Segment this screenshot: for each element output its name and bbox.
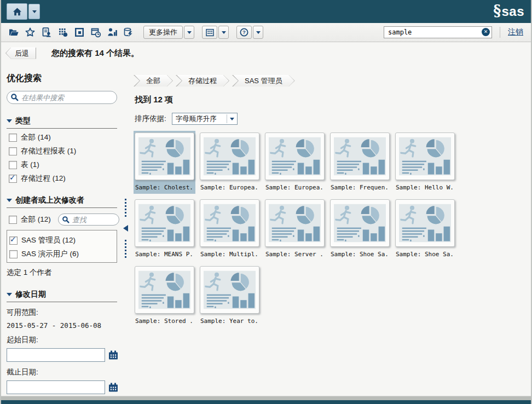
home-menu-dropdown[interactable] — [28, 4, 40, 19]
results-area: 全部 存储过程 SAS 管理员 找到 12 项 排序依据: 字母顺序升序 — [130, 64, 531, 396]
selected-authors-note: 选定 1 个作者 — [7, 268, 120, 278]
stored-process-thumbnail-graphic — [269, 136, 321, 176]
result-tile[interactable]: Sample: Frequen... — [329, 131, 391, 194]
result-tile-label: Sample: Hello W... — [395, 180, 455, 193]
splitter-handle-dots[interactable] — [125, 199, 126, 217]
start-date-input[interactable] — [7, 348, 105, 362]
splitter-handle-dots[interactable] — [125, 240, 126, 258]
app-keypad-icon[interactable] — [56, 25, 70, 39]
stored-process-thumbnail — [395, 132, 455, 180]
select-arrow — [227, 118, 237, 120]
window-bottom-edge — [1, 396, 531, 400]
grid-view-button[interactable] — [202, 26, 217, 39]
author-find-box — [58, 213, 119, 226]
author-option[interactable]: SAS 管理员 (12) — [9, 235, 114, 245]
help-button[interactable]: ? — [236, 26, 252, 39]
back-button[interactable]: 后退 — [5, 48, 36, 59]
checkbox[interactable] — [9, 236, 18, 245]
result-tile[interactable]: Sample: Shoe Sa... — [394, 198, 456, 261]
home-button-group — [7, 3, 40, 20]
result-tile[interactable]: Sample: Europea... — [199, 131, 261, 194]
range-label: 可用范围: — [7, 308, 120, 318]
breadcrumb-item-stored-process[interactable]: 存储过程 — [176, 75, 229, 86]
breadcrumb-item-all[interactable]: 全部 — [134, 75, 173, 86]
result-tile[interactable]: Sample: Year to... — [199, 264, 261, 327]
stored-process-thumbnail — [135, 266, 194, 314]
more-actions-group: 更多操作 — [143, 26, 194, 39]
window-clock-icon[interactable] — [89, 25, 103, 39]
panel-splitter[interactable] — [120, 64, 130, 396]
stored-process-thumbnail — [200, 266, 259, 314]
data-lightning-icon[interactable] — [122, 25, 136, 39]
result-tile[interactable]: Sample: Stored ... — [134, 264, 195, 327]
breadcrumb-label: 全部 — [134, 74, 172, 87]
author-find-input[interactable] — [71, 215, 119, 224]
checkbox[interactable] — [9, 161, 17, 169]
type-filter-option[interactable]: 存储过程报表 (1) — [9, 146, 120, 156]
checkbox[interactable] — [9, 175, 17, 183]
global-search-input[interactable] — [384, 26, 492, 38]
end-date-input[interactable] — [7, 380, 105, 394]
more-actions-dropdown[interactable] — [184, 26, 194, 39]
home-button[interactable] — [7, 3, 27, 20]
logout-link[interactable]: 注销 — [508, 27, 523, 37]
help-dropdown[interactable] — [253, 26, 263, 39]
collapse-triangle-icon — [7, 119, 12, 123]
breadcrumb-item-sas-admin[interactable]: SAS 管理员 — [232, 75, 295, 86]
checkbox-label: SAS 管理员 (12) — [21, 235, 76, 245]
author-section-header[interactable]: 创建者或上次修改者 — [7, 195, 117, 208]
result-tile[interactable]: Sample: Cholest... — [134, 131, 195, 194]
author-listbox: SAS 管理员 (12) SAS 演示用户 (6) — [7, 230, 117, 263]
user-roles-icon[interactable] — [105, 25, 119, 39]
result-tile[interactable]: Sample: Shoe Sa... — [329, 198, 391, 261]
view-options-dropdown[interactable] — [218, 26, 229, 39]
type-filter-option[interactable]: 表 (1) — [9, 160, 120, 170]
result-tile[interactable]: Sample: Multipl... — [199, 198, 261, 261]
start-date-calendar-button[interactable] — [108, 350, 119, 361]
end-date-row — [7, 380, 120, 394]
refine-search-input[interactable] — [20, 93, 117, 102]
collapse-triangle-icon — [7, 199, 12, 202]
type-filter-option[interactable]: 存储过程 (12) — [9, 174, 120, 183]
chevron-down-icon — [256, 31, 261, 34]
breadcrumb: 全部 存储过程 SAS 管理员 — [134, 75, 531, 86]
toolbar: 更多操作 — [1, 23, 531, 42]
stored-process-thumbnail-graphic — [138, 270, 190, 310]
checkbox-label: 全部 (14) — [21, 132, 51, 142]
more-actions-button[interactable]: 更多操作 — [143, 26, 183, 39]
author-option[interactable]: SAS 演示用户 (6) — [9, 249, 114, 259]
app-window-icon[interactable] — [72, 25, 86, 39]
checkbox[interactable] — [9, 250, 18, 258]
report-search-icon[interactable] — [39, 25, 54, 39]
end-date-calendar-button[interactable] — [108, 382, 119, 393]
result-tile[interactable]: Sample: Europea... — [264, 131, 326, 194]
chevron-down-icon — [222, 31, 226, 34]
type-section-header[interactable]: 类型 — [7, 116, 117, 129]
checkbox[interactable] — [9, 147, 17, 155]
sas-logo-text: sas — [501, 5, 524, 18]
back-button-label: 后退 — [6, 47, 36, 60]
result-tile[interactable]: Sample: Hello W... — [394, 131, 456, 194]
sort-order-select[interactable]: 字母顺序升序 — [172, 113, 238, 125]
stored-process-thumbnail — [200, 199, 259, 247]
checkbox-label: 存储过程 (12) — [21, 174, 66, 183]
stored-process-thumbnail — [135, 199, 194, 247]
result-tile[interactable]: Sample: MEANS P... — [134, 198, 195, 261]
clear-search-icon[interactable]: ✕ — [482, 28, 490, 36]
open-folder-icon[interactable] — [7, 25, 21, 39]
checkbox[interactable] — [9, 134, 17, 142]
checkbox[interactable] — [9, 216, 17, 224]
sort-by-label: 排序依据: — [135, 114, 166, 124]
collapse-panel-arrow-icon[interactable] — [123, 225, 128, 232]
stored-process-thumbnail-graphic — [269, 203, 321, 243]
home-icon — [12, 7, 22, 17]
result-tile[interactable]: Sample: Server ... — [264, 198, 326, 261]
help-group: ? — [236, 26, 263, 39]
start-date-row — [7, 348, 120, 362]
type-filter-option[interactable]: 全部 (14) — [9, 132, 120, 142]
result-tile-label: Sample: MEANS P... — [135, 247, 194, 259]
breadcrumb-label: SAS 管理员 — [233, 74, 294, 87]
collapse-triangle-icon — [7, 293, 12, 296]
favorites-star-icon[interactable] — [23, 25, 37, 39]
date-section-header[interactable]: 修改日期 — [7, 290, 117, 302]
